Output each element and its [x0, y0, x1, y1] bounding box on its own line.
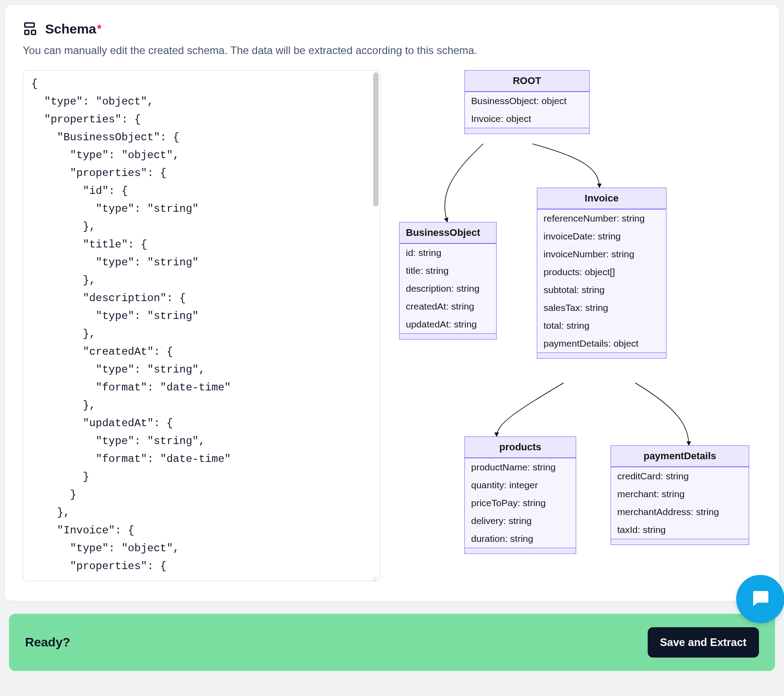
diagram-row: updatedAt: string — [400, 315, 496, 333]
diagram-row: salesTax: string — [537, 299, 666, 317]
diagram-row: createdAt: string — [400, 298, 496, 315]
diagram-box-title: products — [465, 437, 576, 458]
scrollbar-thumb[interactable] — [373, 72, 379, 206]
ready-label: Ready? — [25, 635, 70, 650]
schema-header: Schema* — [23, 21, 761, 37]
schema-subtitle: You can manually edit the created schema… — [23, 44, 761, 57]
chat-icon — [750, 587, 771, 611]
diagram-row: description: string — [400, 280, 496, 298]
diagram-row: title: string — [400, 262, 496, 280]
diagram-row: creditCard: string — [611, 467, 749, 485]
diagram-row: subtotal: string — [537, 281, 666, 299]
diagram-box-paymentdetails: paymentDetails creditCard: string mercha… — [611, 445, 749, 545]
diagram-box-title: BusinessObject — [400, 222, 496, 243]
schema-title: Schema — [45, 21, 96, 36]
save-and-extract-button[interactable]: Save and Extract — [648, 627, 759, 658]
diagram-box-products: products productName: string quantity: i… — [464, 436, 576, 554]
diagram-row: Invoice: object — [465, 110, 589, 128]
diagram-row: taxId: string — [611, 521, 749, 539]
diagram-row: total: string — [537, 317, 666, 335]
diagram-box-title: paymentDetails — [611, 446, 749, 467]
svg-rect-0 — [25, 23, 34, 27]
diagram-row: duration: string — [465, 530, 576, 548]
schema-icon — [23, 21, 39, 37]
resize-handle-icon[interactable] — [371, 573, 379, 581]
diagram-box-title: Invoice — [537, 188, 666, 209]
diagram-row: priceToPay: string — [465, 494, 576, 512]
svg-rect-1 — [25, 30, 29, 34]
diagram-row: invoiceDate: string — [537, 227, 666, 245]
diagram-row: merchantAddress: string — [611, 503, 749, 521]
diagram-row: products: object[] — [537, 263, 666, 281]
diagram-box-root: ROOT BusinessObject: object Invoice: obj… — [464, 70, 590, 134]
diagram-box-businessobject: BusinessObject id: string title: string … — [399, 222, 497, 340]
schema-diagram: ROOT BusinessObject: object Invoice: obj… — [394, 70, 761, 583]
schema-editor[interactable] — [23, 70, 380, 581]
diagram-row: invoiceNumber: string — [537, 245, 666, 263]
required-star: * — [97, 22, 101, 35]
schema-card: Schema* You can manually edit the create… — [4, 4, 780, 601]
diagram-row: productName: string — [465, 458, 576, 476]
diagram-row: quantity: integer — [465, 476, 576, 494]
diagram-box-title: ROOT — [465, 71, 589, 92]
diagram-row: id: string — [400, 244, 496, 262]
ready-bar: Ready? Save and Extract — [9, 614, 775, 671]
diagram-row: paymentDetails: object — [537, 335, 666, 352]
diagram-row: referenceNumber: string — [537, 210, 666, 227]
diagram-row: delivery: string — [465, 512, 576, 530]
chat-bubble-button[interactable] — [736, 575, 784, 623]
diagram-row: merchant: string — [611, 485, 749, 503]
svg-rect-2 — [32, 30, 36, 34]
diagram-box-invoice: Invoice referenceNumber: string invoiceD… — [537, 188, 666, 359]
diagram-row: BusinessObject: object — [465, 92, 589, 110]
